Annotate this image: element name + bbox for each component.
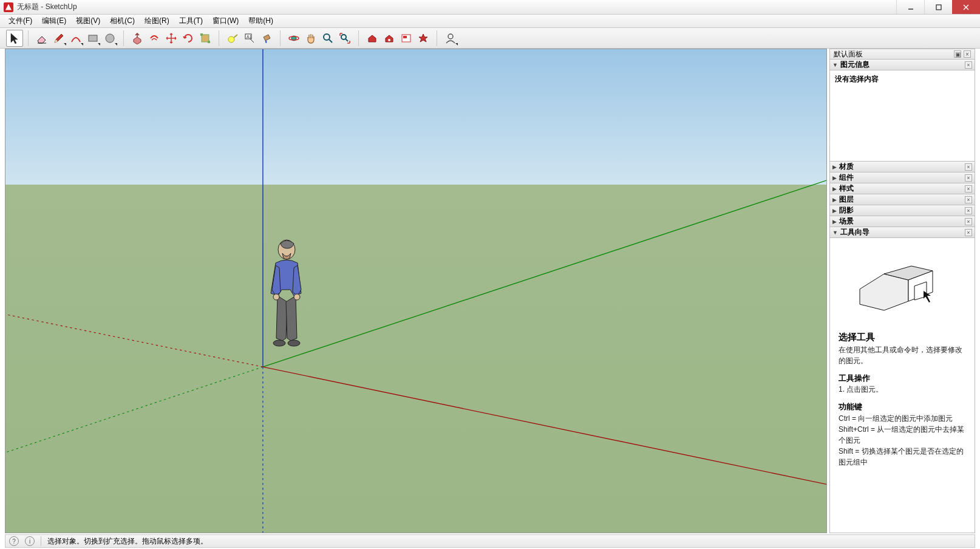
arc-tool[interactable] [67,30,84,47]
svg-line-29 [263,367,826,484]
panel-close-icon[interactable]: × [965,207,972,214]
panel-close-icon[interactable]: × [965,163,972,171]
dropdown-caret-icon [64,43,66,46]
maximize-button[interactable] [924,0,952,14]
status-hint: 选择对象。切换到扩充选择。拖动鼠标选择多项。 [47,536,208,547]
menu-item[interactable]: 文件(F) [4,15,37,27]
panel-header-scenes[interactable]: ▶场景× [829,216,975,227]
rectangle-tool[interactable] [84,30,101,47]
tape-measure-tool[interactable] [224,30,241,47]
svg-line-30 [5,315,263,367]
svg-point-34 [273,294,279,300]
svg-point-21 [388,39,390,41]
panel-header-instructor[interactable]: ▼工具向导× [829,227,975,238]
instructor-diagram [839,244,966,326]
svg-point-35 [294,294,300,300]
tray-close-icon[interactable]: × [964,50,971,58]
panel-close-icon[interactable]: × [965,218,972,225]
svg-line-28 [5,367,263,452]
panel-header-materials[interactable]: ▶材质× [829,162,975,172]
menu-item[interactable]: 帮助(H) [243,15,278,27]
info-icon[interactable]: i [25,536,35,546]
svg-point-24 [448,34,453,39]
main-toolbar: A1 [0,28,980,49]
warehouse-3d-tool[interactable] [364,30,381,47]
scale-tool[interactable] [197,30,214,47]
layout-tool[interactable] [398,30,415,47]
menu-bar: 文件(F)编辑(E)视图(V)相机(C)绘图(R)工具(T)窗口(W)帮助(H) [0,15,980,28]
menu-item[interactable]: 视图(V) [71,15,105,27]
panel-close-icon[interactable]: × [965,185,972,193]
instructor-body: 选择工具在使用其他工具或命令时，选择要修改的图元。工具操作1. 点击图元。功能键… [829,238,975,533]
extension-warehouse-tool[interactable] [381,30,398,47]
line-tool[interactable] [50,30,67,47]
instructor-title: 选择工具 [839,330,966,344]
svg-rect-5 [89,35,97,41]
extension-manager-tool[interactable] [415,30,432,47]
tray-pin-icon[interactable]: ▣ [954,50,961,58]
app-icon [4,2,13,12]
close-button[interactable] [952,0,980,14]
svg-line-11 [234,35,237,38]
panel-header-shadows[interactable]: ▶阴影× [829,205,975,216]
svg-point-17 [324,34,330,40]
svg-point-19 [341,35,346,39]
panel-header-components[interactable]: ▶组件× [829,172,975,183]
panel-close-icon[interactable]: × [965,196,972,203]
menu-item[interactable]: 工具(T) [174,15,208,27]
menu-item[interactable]: 窗口(W) [208,15,243,27]
dropdown-caret-icon [98,43,100,46]
menu-item[interactable]: 编辑(E) [37,15,71,27]
work-area: 默认面板 ▣ × ▼图元信息×没有选择内容 ▶材质×▶组件×▶样式×▶图层×▶阴… [5,49,975,533]
dropdown-caret-icon [455,43,458,46]
zoom-extents-tool[interactable] [336,30,353,47]
panel-close-icon[interactable]: × [965,229,972,236]
svg-line-14 [250,39,254,43]
svg-point-10 [228,36,234,43]
window-title: 无标题 - SketchUp [17,2,77,12]
zoom-tool[interactable] [319,30,336,47]
eraser-tool[interactable] [33,30,50,47]
dropdown-caret-icon [81,43,83,46]
paint-bucket-tool[interactable] [258,30,275,47]
text-tool[interactable]: A1 [241,30,258,47]
offset-tool[interactable] [146,30,163,47]
instructor-intro: 在使用其他工具或命令时，选择要修改的图元。 [839,344,966,366]
instructor-op-title: 工具操作 [839,372,966,384]
dropdown-caret-icon [115,43,117,46]
instructor-op-steps: 1. 点击图元。 [839,384,966,395]
svg-point-32 [273,340,285,346]
svg-line-27 [263,180,826,367]
menu-item[interactable]: 相机(C) [105,15,140,27]
help-icon[interactable]: ? [9,536,19,546]
circle-tool[interactable] [101,30,118,47]
select-tool[interactable] [6,30,23,47]
tray-title-bar[interactable]: 默认面板 ▣ × [829,49,975,60]
instructor-keys-title: 功能键 [839,401,966,413]
move-tool[interactable] [163,30,180,47]
minimize-button[interactable] [896,0,924,14]
scale-figure [259,239,314,382]
default-tray: 默认面板 ▣ × ▼图元信息×没有选择内容 ▶材质×▶组件×▶样式×▶图层×▶阴… [829,49,975,533]
pushpull-tool[interactable] [129,30,146,47]
svg-text:A1: A1 [247,35,252,39]
pan-tool[interactable] [302,30,319,47]
title-bar: 无标题 - SketchUp [0,0,980,15]
panel-close-icon[interactable]: × [965,61,972,69]
svg-point-33 [288,340,300,346]
rotate-tool[interactable] [180,30,197,47]
panel-header-entity-info[interactable]: ▼图元信息× [829,60,975,70]
panel-header-styles[interactable]: ▶样式× [829,183,975,194]
menu-item[interactable]: 绘图(R) [140,15,174,27]
svg-rect-9 [208,41,210,43]
user-account-tool[interactable] [442,30,459,47]
svg-rect-23 [403,36,407,38]
tray-title-label: 默认面板 [834,49,863,60]
svg-rect-8 [200,33,203,36]
status-bar: ? i 选择对象。切换到扩充选择。拖动鼠标选择多项。 [5,534,975,548]
orbit-tool[interactable] [285,30,302,47]
panel-header-layers[interactable]: ▶图层× [829,194,975,205]
instructor-keys-body: Ctrl = 向一组选定的图元中添加图元 Shift+Ctrl = 从一组选定的… [839,413,966,468]
3d-viewport[interactable] [5,49,827,533]
panel-close-icon[interactable]: × [965,174,972,182]
